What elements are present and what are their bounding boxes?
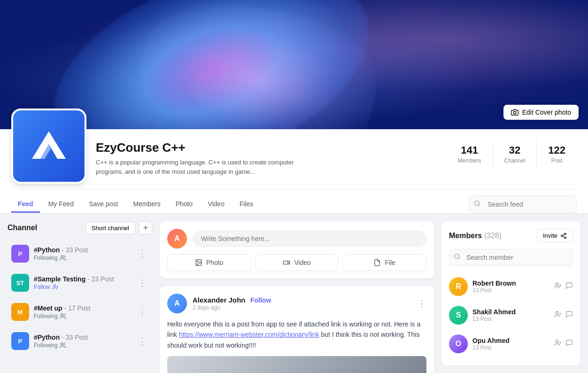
post-more-button[interactable]: ⋮	[417, 298, 426, 309]
tab-my-feed[interactable]: My Feed	[42, 196, 80, 213]
svg-point-20	[455, 254, 459, 258]
tab-files[interactable]: Files	[233, 196, 260, 213]
members-label: Members	[449, 232, 482, 240]
tab-video[interactable]: Video	[201, 196, 231, 213]
channel-follow-m: Following	[34, 313, 132, 319]
channel-avatar-p2: P	[11, 332, 29, 350]
stat-channel-label: Channel	[504, 157, 526, 164]
channel-post-count-st: - 23 Post	[87, 275, 114, 283]
member-avatar-robert: R	[449, 277, 468, 296]
tabs-row: Feed My Feed Save post Members Photo Vid…	[11, 189, 577, 213]
right-sidebar: Members (328) Invite	[441, 221, 580, 373]
member-info-shakil: Shakil Ahmed 13 Post	[472, 308, 549, 322]
member-search-icon	[454, 253, 460, 262]
post-follow-button[interactable]: Follow	[250, 296, 271, 304]
follow-icon-st	[52, 284, 59, 290]
stat-members-number: 141	[458, 144, 481, 156]
channel-item-python-1[interactable]: P #Python - 33 Post Following ⋮	[8, 240, 152, 267]
member-avatar-shakil: S	[449, 306, 468, 325]
tab-save-post[interactable]: Save post	[82, 196, 124, 213]
profile-section: EzyCourse C++ C++ is a popular programmi…	[0, 129, 588, 214]
post-create-input[interactable]	[193, 230, 426, 247]
svg-point-0	[513, 111, 516, 114]
message-icon-shakil[interactable]	[565, 311, 573, 320]
channel-name-sample: #Sample Testing - 23 Post	[34, 275, 132, 283]
member-posts-opu: 13 Post	[472, 344, 549, 351]
member-avatar-opu: O	[449, 334, 468, 353]
channel-more-st[interactable]: ⋮	[136, 276, 148, 290]
channel-avatar-st: ST	[11, 274, 29, 292]
channel-follow-st[interactable]: Follow	[34, 284, 132, 290]
search-feed-input[interactable]	[469, 195, 577, 213]
following-icon-p1	[60, 255, 66, 261]
channel-post-count-p1: - 33 Post	[62, 246, 88, 254]
post-user-name: Alexander John	[193, 296, 246, 304]
edit-cover-label: Edit Cover photo	[522, 109, 571, 116]
camera-icon	[511, 109, 518, 116]
message-icon-opu[interactable]	[565, 339, 573, 349]
svg-point-22	[556, 283, 558, 285]
stat-members-label: Members	[458, 157, 481, 164]
post-input-row: A	[167, 229, 426, 249]
channel-info-python-2: #Python - 33 Post Following	[34, 334, 132, 349]
channel-item-python-2[interactable]: P #Python - 33 Post Following ⋮	[8, 327, 152, 355]
add-friend-icon-opu[interactable]	[554, 339, 562, 349]
svg-line-4	[479, 205, 480, 206]
tab-photo[interactable]: Photo	[169, 196, 200, 213]
tab-members[interactable]: Members	[126, 196, 167, 213]
message-icon-robert[interactable]	[565, 282, 573, 291]
main-layout: Channel Short channel + P #Python - 33 P…	[0, 214, 588, 373]
video-button[interactable]: Video	[255, 254, 339, 271]
stat-channel-number: 32	[504, 144, 526, 156]
svg-marker-14	[288, 261, 290, 264]
invite-button[interactable]: Invite	[537, 229, 573, 242]
member-name-opu: Opu Ahmed	[472, 337, 549, 344]
member-actions-shakil	[554, 311, 573, 320]
stat-post-number: 122	[548, 144, 565, 156]
channel-more-m[interactable]: ⋮	[136, 305, 148, 319]
post-create-box: A Photo Video	[160, 221, 434, 279]
channel-info-sample: #Sample Testing - 23 Post Follow	[34, 275, 132, 290]
member-item-opu: O Opu Ahmed 13 Post	[449, 330, 573, 358]
members-header: Members (328) Invite	[449, 229, 573, 242]
add-channel-button[interactable]: +	[139, 221, 152, 234]
add-friend-icon-shakil[interactable]	[554, 311, 562, 320]
tab-feed[interactable]: Feed	[11, 196, 40, 213]
channel-header: Channel Short channel +	[8, 221, 152, 234]
svg-point-9	[61, 314, 63, 316]
svg-point-12	[197, 261, 198, 262]
post-image	[167, 356, 426, 373]
community-avatar	[11, 109, 86, 184]
channel-item-sample[interactable]: ST #Sample Testing - 23 Post Follow ⋮	[8, 269, 152, 296]
channel-post-count-m: - 17 Post	[64, 304, 91, 312]
member-search-input[interactable]	[449, 249, 573, 266]
stats-area: 141 Members 32 Channel 122 Post	[447, 137, 577, 168]
channel-more-p1[interactable]: ⋮	[136, 247, 148, 261]
file-button[interactable]: File	[342, 254, 426, 271]
channel-avatar-p1: P	[11, 245, 29, 263]
members-count: (328)	[484, 232, 502, 240]
post-header: A Alexander John Follow 2 days ago ⋮	[167, 294, 426, 313]
svg-point-17	[565, 237, 566, 239]
plus-icon: +	[143, 223, 148, 233]
photo-button[interactable]: Photo	[167, 254, 251, 271]
search-feed-icon	[474, 200, 480, 209]
channel-item-meetup[interactable]: M #Meet up - 17 Post Following ⋮	[8, 298, 152, 326]
stat-channel: 32 Channel	[493, 140, 537, 168]
following-icon-m	[60, 313, 66, 319]
member-posts-shakil: 13 Post	[472, 316, 549, 322]
svg-point-10	[61, 343, 63, 345]
channel-avatar-m: M	[11, 303, 29, 321]
member-name-shakil: Shakil Ahmed	[472, 308, 549, 316]
post-link[interactable]: https://www.merriam-webster.com/dictiona…	[179, 331, 319, 338]
channel-name-python-1: #Python - 33 Post	[34, 246, 132, 254]
short-channel-button[interactable]: Short channel	[85, 222, 135, 234]
following-icon-p2	[60, 342, 66, 349]
add-friend-icon-robert[interactable]	[554, 282, 562, 291]
share-icon	[560, 233, 567, 239]
video-icon	[283, 259, 290, 266]
channel-more-p2[interactable]: ⋮	[136, 334, 148, 348]
edit-cover-button[interactable]: Edit Cover photo	[503, 105, 579, 120]
svg-line-19	[563, 234, 565, 235]
post-text: Hello everyone this is a post from app t…	[167, 319, 426, 350]
